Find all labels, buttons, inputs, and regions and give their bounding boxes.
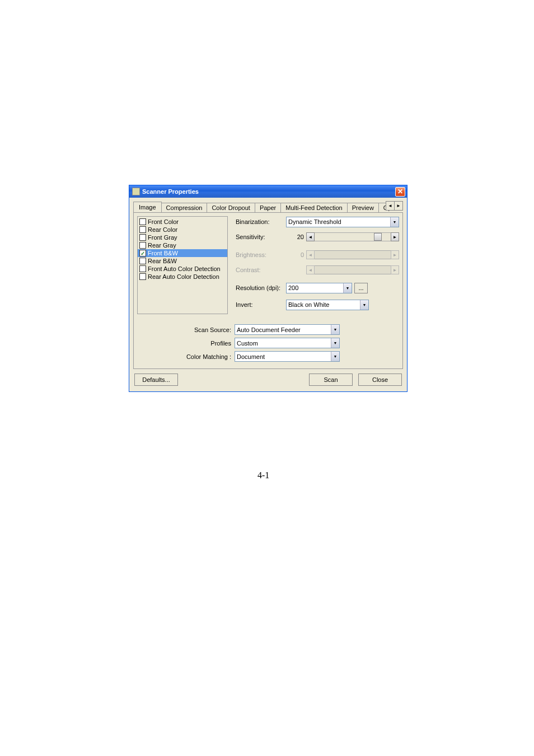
brightness-value: 0 (286, 251, 306, 258)
check-rear-color[interactable]: Rear Color (138, 226, 227, 234)
profiles-label: Profiles (137, 340, 235, 347)
check-front-bw[interactable]: ✓Front B&W (138, 249, 227, 257)
tab-strip: Image Compression Color Dropout Paper Mu… (133, 201, 403, 212)
chevron-down-icon: ▼ (331, 338, 339, 348)
scanner-properties-dialog: Scanner Properties ✕ Image Compression C… (129, 185, 407, 392)
slider-left-icon: ◄ (306, 265, 315, 274)
brightness-slider: ◄ ► (306, 250, 399, 260)
page-number: 4-1 (257, 470, 534, 480)
sensitivity-label: Sensitivity: (236, 234, 286, 240)
scan-button[interactable]: Scan (309, 374, 353, 386)
check-rear-auto-color[interactable]: Rear Auto Color Detection (138, 273, 227, 281)
color-matching-label: Color Matching : (137, 353, 235, 360)
check-front-gray[interactable]: Front Gray (138, 234, 227, 241)
chevron-down-icon: ▼ (331, 352, 339, 361)
tab-scroll-left-icon[interactable]: ◄ (386, 201, 395, 211)
resolution-select[interactable]: 200 ▼ (286, 283, 352, 293)
image-mode-list: Front Color Rear Color Front Gray Rear G… (137, 216, 228, 314)
close-button[interactable]: Close (358, 374, 402, 386)
scan-source-select[interactable]: Auto Document Feeder ▼ (235, 324, 340, 335)
profiles-select[interactable]: Custom ▼ (235, 338, 340, 348)
tab-color-dropout[interactable]: Color Dropout (207, 203, 255, 212)
slider-left-icon: ◄ (306, 250, 315, 259)
sensitivity-slider[interactable]: ◄ ► (306, 232, 399, 242)
window-title: Scanner Properties (142, 188, 395, 195)
scan-source-label: Scan Source: (137, 326, 235, 333)
titlebar: Scanner Properties ✕ (129, 185, 407, 198)
check-rear-gray[interactable]: Rear Gray (138, 241, 227, 249)
chevron-down-icon: ▼ (331, 325, 339, 334)
chevron-down-icon: ▼ (343, 283, 352, 293)
resolution-more-button[interactable]: ... (354, 283, 368, 293)
chevron-down-icon: ▼ (390, 217, 399, 227)
contrast-label: Contrast: (236, 267, 286, 273)
sensitivity-value: 20 (286, 234, 306, 240)
slider-right-icon: ► (391, 250, 399, 259)
tab-scroll: ◄ ► (386, 201, 403, 211)
binarization-select[interactable]: Dynamic Threshold ▼ (286, 217, 399, 227)
brightness-label: Brightness: (236, 251, 286, 258)
close-icon[interactable]: ✕ (395, 187, 405, 197)
check-front-auto-color[interactable]: Front Auto Color Detection (138, 265, 227, 273)
binarization-label: Binarization: (236, 218, 286, 225)
tab-preview[interactable]: Preview (347, 203, 379, 212)
check-rear-bw[interactable]: Rear B&W (138, 257, 227, 265)
slider-left-icon[interactable]: ◄ (306, 232, 315, 241)
tab-scroll-right-icon[interactable]: ► (394, 201, 403, 211)
app-icon (132, 188, 140, 195)
tab-paper[interactable]: Paper (255, 203, 281, 212)
color-matching-select[interactable]: Document ▼ (235, 351, 340, 362)
tab-image[interactable]: Image (133, 202, 162, 212)
slider-right-icon: ► (391, 265, 399, 274)
tab-panel-image: Front Color Rear Color Front Gray Rear G… (133, 212, 403, 369)
defaults-button[interactable]: Defaults... (134, 374, 178, 386)
resolution-label: Resolution (dpi): (236, 284, 286, 291)
check-front-color[interactable]: Front Color (138, 218, 227, 226)
tab-multi-feed[interactable]: Multi-Feed Detection (280, 203, 348, 212)
slider-right-icon[interactable]: ► (391, 232, 399, 241)
invert-select[interactable]: Black on White ▼ (286, 300, 369, 310)
invert-label: Invert: (236, 301, 286, 308)
tab-compression[interactable]: Compression (161, 203, 208, 212)
chevron-down-icon: ▼ (360, 300, 368, 310)
contrast-slider: ◄ ► (306, 265, 399, 275)
